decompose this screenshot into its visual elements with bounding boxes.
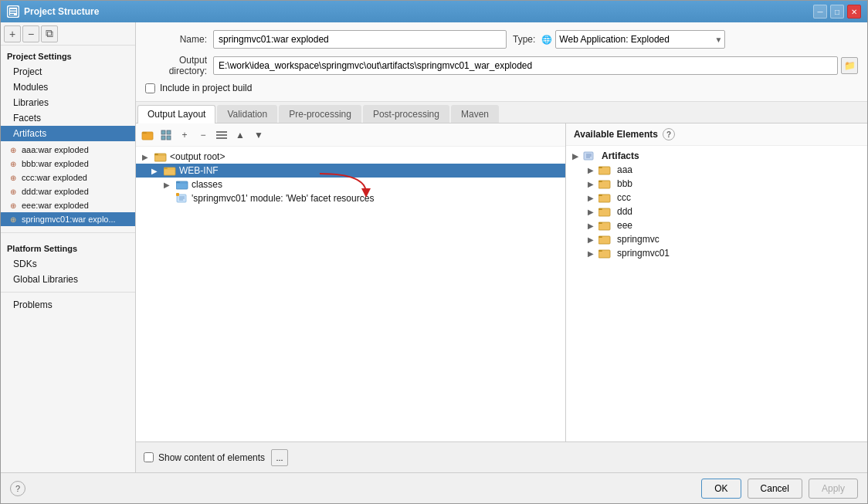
tab-maven[interactable]: Maven [451, 105, 499, 123]
maximize-button[interactable]: □ [830, 5, 844, 19]
type-select[interactable]: Web Application: Exploded [555, 30, 725, 49]
window-controls: ─ □ ✕ [813, 5, 861, 19]
tree-content: ▶ <output root> ▶ [136, 147, 565, 208]
available-help-icon[interactable]: ? [663, 128, 675, 140]
copy-artifact-button[interactable]: ⧉ [41, 25, 58, 42]
tab-validation[interactable]: Validation [217, 105, 277, 123]
sidebar-item-facets[interactable]: Facets [1, 110, 135, 126]
avail-artifacts-label: Artifacts [602, 151, 639, 161]
artifact-ccc-label: ccc:war exploded [22, 173, 87, 182]
problems-label: Problems [13, 299, 53, 310]
artifact-eee-label: eee:war exploded [22, 201, 89, 210]
sidebar-divider-2 [1, 292, 135, 293]
tab-pre-processing[interactable]: Pre-processing [279, 105, 361, 123]
avail-bbb-icon [598, 178, 611, 189]
ok-button[interactable]: OK [701, 479, 741, 499]
tree-add-btn[interactable]: + [176, 127, 193, 144]
output-layout-tree: + − ▲ ▼ ▶ [136, 123, 566, 441]
svg-rect-12 [216, 137, 227, 139]
artifact-item-bbb[interactable]: ⊕ bbb:war exploded [1, 157, 135, 171]
sidebar-item-problems[interactable]: Problems [1, 297, 135, 313]
avail-item-eee[interactable]: ▶ eee [566, 218, 867, 232]
main-panel: Name: Type: 🌐 Web Application: Exploded … [136, 22, 867, 472]
sidebar-item-artifacts[interactable]: Artifacts [1, 126, 135, 141]
avail-group-artifacts[interactable]: ▶ Artifacts [566, 149, 867, 163]
svg-rect-33 [598, 236, 602, 238]
tree-toolbar: + − ▲ ▼ [136, 123, 565, 147]
tree-down-btn[interactable]: ▼ [250, 127, 267, 144]
sidebar-item-global-libraries[interactable]: Global Libraries [1, 272, 135, 287]
avail-item-springmvc[interactable]: ▶ springmvc [566, 232, 867, 246]
name-row: Name: Type: 🌐 Web Application: Exploded … [145, 30, 858, 49]
tree-up-btn[interactable]: ▲ [232, 127, 249, 144]
svg-rect-2 [10, 12, 16, 13]
artifact-item-aaa[interactable]: ⊕ aaa:war exploded [1, 143, 135, 157]
sidebar: + − ⧉ Project Settings Project Modules L… [1, 22, 136, 472]
avail-springmvc-label: springmvc [617, 234, 659, 245]
artifact-aaa-label: aaa:war exploded [22, 145, 89, 154]
available-elements-panel: Available Elements ? ▶ Artifacts [566, 123, 867, 441]
title-bar-left: Project Structure [7, 5, 99, 18]
avail-item-aaa[interactable]: ▶ aaa [566, 163, 867, 177]
name-input[interactable] [213, 30, 507, 49]
facets-label: Facets [13, 113, 41, 123]
avail-artifacts-arrow: ▶ [572, 152, 578, 161]
include-checkbox[interactable] [145, 83, 155, 93]
artifact-bbb-label: bbb:war exploded [22, 159, 89, 168]
avail-springmvc01-label: springmvc01 [617, 248, 670, 259]
tree-item-classes[interactable]: ▶ classes [136, 178, 565, 191]
tree-item-springmvc01-resources[interactable]: 'springmvc01' module: 'Web' facet resour… [136, 191, 565, 205]
tree-item-output-root[interactable]: ▶ <output root> [136, 150, 565, 164]
artifact-item-eee[interactable]: ⊕ eee:war exploded [1, 198, 135, 212]
include-label[interactable]: Include in project build [160, 83, 252, 93]
sidebar-item-project[interactable]: Project [1, 64, 135, 79]
artifact-item-springmvc01[interactable]: ⊕ springmvc01:war explo... [1, 212, 135, 226]
classes-icon [176, 179, 188, 190]
tree-remove-btn[interactable]: − [195, 127, 212, 144]
help-button[interactable]: ? [10, 481, 25, 496]
sidebar-item-sdks[interactable]: SDKs [1, 256, 135, 272]
browse-dir-button[interactable]: 📁 [841, 57, 858, 74]
tab-output-layout[interactable]: Output Layout [137, 105, 215, 123]
svg-rect-5 [142, 132, 147, 134]
sidebar-item-libraries[interactable]: Libraries [1, 95, 135, 110]
tree-grid-btn[interactable] [213, 127, 230, 144]
avail-eee-label: eee [617, 220, 632, 231]
svg-rect-11 [216, 134, 227, 136]
avail-artifacts-icon [583, 151, 595, 161]
artifact-item-ccc[interactable]: ⊕ ccc:war exploded [1, 171, 135, 184]
tree-folder-btn[interactable] [139, 127, 156, 144]
footer-left: ? [10, 481, 25, 496]
tab-post-processing[interactable]: Post-processing [363, 105, 449, 123]
global-libraries-label: Global Libraries [13, 274, 78, 285]
show-content-checkbox[interactable] [144, 452, 154, 462]
avail-springmvc-icon [598, 234, 611, 245]
svg-rect-3 [10, 14, 14, 15]
add-artifact-button[interactable]: + [4, 25, 21, 42]
output-root-label: <output root> [170, 151, 225, 162]
avail-item-ddd[interactable]: ▶ ddd [566, 205, 867, 218]
show-content-options-button[interactable]: ... [271, 449, 288, 466]
close-button[interactable]: ✕ [847, 5, 861, 19]
svg-rect-9 [167, 136, 171, 140]
tree-layout-btn[interactable] [158, 127, 175, 144]
remove-artifact-button[interactable]: − [22, 25, 39, 42]
cancel-button[interactable]: Cancel [748, 479, 802, 499]
artifact-item-ddd[interactable]: ⊕ ddd:war exploded [1, 184, 135, 198]
project-settings-header: Project Settings [1, 46, 135, 64]
output-dir-input[interactable] [213, 56, 838, 75]
artifact-ddd-label: ddd:war exploded [22, 187, 89, 196]
minimize-button[interactable]: ─ [813, 5, 827, 19]
avail-item-ccc[interactable]: ▶ ccc [566, 191, 867, 205]
avail-ccc-icon [598, 192, 611, 203]
sidebar-item-modules[interactable]: Modules [1, 79, 135, 95]
bottom-bar: Show content of elements ... [136, 441, 867, 472]
apply-button[interactable]: Apply [809, 479, 858, 499]
available-title: Available Elements [574, 129, 658, 140]
avail-item-springmvc01[interactable]: ▶ springmvc01 [566, 246, 867, 260]
project-structure-window: Project Structure ─ □ ✕ + − ⧉ Project Se… [0, 0, 868, 504]
avail-item-bbb[interactable]: ▶ bbb [566, 177, 867, 191]
main-content: + − ⧉ Project Settings Project Modules L… [1, 22, 867, 472]
show-content-label[interactable]: Show content of elements [158, 452, 265, 463]
tree-item-webinf[interactable]: ▶ WEB-INF [136, 164, 565, 178]
